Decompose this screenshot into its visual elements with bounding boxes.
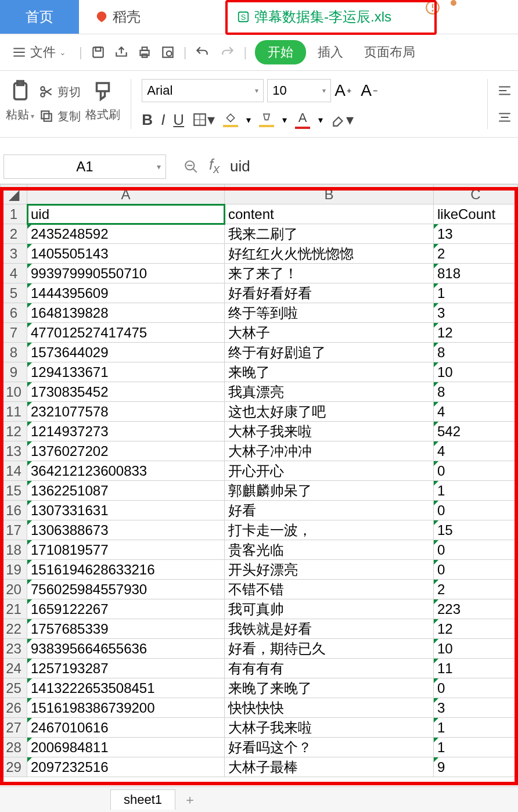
eraser-button[interactable]: ▾ [331, 111, 354, 129]
cell[interactable]: 来晚了来晚了 [225, 678, 434, 698]
cell[interactable]: 1 [434, 283, 518, 303]
italic-button[interactable]: I [161, 111, 165, 129]
cell[interactable]: 大林子我来啦 [225, 718, 434, 738]
cell[interactable]: 好红红火火恍恍惚惚 [225, 244, 434, 264]
cell[interactable]: 1376027202 [27, 441, 225, 461]
cell[interactable]: 1757685339 [27, 619, 225, 639]
cell[interactable]: 0 [434, 560, 518, 580]
cell[interactable]: 1294133671 [27, 362, 225, 382]
cell[interactable]: 993979990550710 [27, 264, 225, 283]
cell[interactable]: 终于等到啦 [225, 303, 434, 323]
col-header-A[interactable]: A [27, 185, 225, 204]
font-size-select[interactable]: 10▾ [267, 79, 331, 102]
cell[interactable]: 12 [434, 323, 518, 343]
cell[interactable]: 818 [434, 264, 518, 283]
cell[interactable]: 1516194628633216 [27, 560, 225, 580]
cell[interactable]: 8 [434, 343, 518, 362]
cell[interactable]: 郭麒麟帅呆了 [225, 481, 434, 501]
cell[interactable]: 364212123600833 [27, 461, 225, 481]
cell[interactable]: 好看好看好看 [225, 283, 434, 303]
row-header[interactable]: 4 [1, 264, 27, 283]
select-all-corner[interactable]: ◢ [1, 185, 27, 204]
row-header[interactable]: 1 [1, 204, 27, 224]
cell[interactable]: 0 [434, 501, 518, 520]
font-family-select[interactable]: Arial▾ [142, 79, 264, 102]
cell[interactable]: 2467010616 [27, 718, 225, 738]
tab-home[interactable]: 首页 [0, 0, 79, 34]
cell[interactable]: 1413222653508451 [27, 678, 225, 698]
cell[interactable]: 开头好漂亮 [225, 560, 434, 580]
cell[interactable]: 大林子最棒 [225, 757, 434, 777]
menu-file[interactable]: 文件 ⌄ [7, 44, 71, 61]
cell[interactable]: 1516198386739200 [27, 698, 225, 718]
cell[interactable]: 1573644029 [27, 343, 225, 362]
cell[interactable]: 477012527417475 [27, 323, 225, 343]
clipboard-icon[interactable] [8, 79, 33, 103]
increase-font-button[interactable]: A+ [334, 81, 351, 100]
cell[interactable]: 这也太好康了吧 [225, 402, 434, 422]
cell[interactable]: 9 [434, 757, 518, 777]
menu-layout[interactable]: 页面布局 [355, 44, 425, 61]
fill-color-button[interactable] [223, 112, 238, 127]
row-header[interactable]: 7 [1, 323, 27, 343]
cell[interactable]: 我铁就是好看 [225, 619, 434, 639]
highlight-button[interactable] [259, 112, 274, 127]
cell[interactable]: 1 [434, 718, 518, 738]
row-header[interactable]: 25 [1, 678, 27, 698]
row-header[interactable]: 13 [1, 441, 27, 461]
align2-icon[interactable] [497, 110, 512, 125]
cell[interactable]: 终于有好剧追了 [225, 343, 434, 362]
cell[interactable]: 223 [434, 599, 518, 619]
cell[interactable]: 0 [434, 678, 518, 698]
row-header[interactable]: 23 [1, 639, 27, 659]
print-icon[interactable] [137, 45, 152, 60]
zoom-out-icon[interactable] [184, 159, 199, 174]
name-box[interactable]: A1 [3, 155, 166, 179]
cell[interactable]: 开心开心 [225, 461, 434, 481]
cell[interactable]: 4 [434, 402, 518, 422]
save-icon[interactable] [91, 45, 106, 60]
cell[interactable]: 好看 [225, 501, 434, 520]
col-header-C[interactable]: C [434, 185, 518, 204]
cell[interactable]: 3 [434, 303, 518, 323]
cell[interactable]: 1306388673 [27, 520, 225, 540]
menu-insert[interactable]: 插入 [308, 44, 352, 61]
row-header[interactable]: 29 [1, 757, 27, 777]
warning-icon[interactable] [425, 0, 440, 15]
cell[interactable]: 1 [434, 481, 518, 501]
cell[interactable]: 1730835452 [27, 382, 225, 402]
cell[interactable]: 1648139828 [27, 303, 225, 323]
cell[interactable]: 0 [434, 540, 518, 560]
cell[interactable]: 1257193287 [27, 659, 225, 678]
paste-button[interactable]: 粘贴 ▾ [6, 107, 34, 123]
cell[interactable]: 0 [434, 461, 518, 481]
col-header-B[interactable]: B [225, 185, 434, 204]
row-header[interactable]: 8 [1, 343, 27, 362]
cell[interactable]: 1214937273 [27, 422, 225, 441]
cell[interactable]: 有有有有 [225, 659, 434, 678]
cell[interactable]: 我可真帅 [225, 599, 434, 619]
row-header[interactable]: 5 [1, 283, 27, 303]
cell[interactable]: 1405505143 [27, 244, 225, 264]
row-header[interactable]: 16 [1, 501, 27, 520]
row-header[interactable]: 27 [1, 718, 27, 738]
cell[interactable]: 不错不错 [225, 580, 434, 599]
cell[interactable]: 11 [434, 659, 518, 678]
cell[interactable]: 好看，期待已久 [225, 639, 434, 659]
cell[interactable]: 938395664655636 [27, 639, 225, 659]
format-painter-button[interactable]: 格式刷 [85, 107, 120, 123]
copy-button[interactable]: 复制 [39, 109, 81, 124]
tab-shell[interactable]: 稻壳 [79, 0, 157, 34]
row-header[interactable]: 21 [1, 599, 27, 619]
underline-button[interactable]: U [173, 111, 184, 129]
cell[interactable]: 10 [434, 362, 518, 382]
cell[interactable]: 好看吗这个？ [225, 738, 434, 757]
share-icon[interactable] [114, 45, 129, 60]
cell[interactable]: 我来二刷了 [225, 224, 434, 244]
row-header[interactable]: 22 [1, 619, 27, 639]
row-header[interactable]: 3 [1, 244, 27, 264]
border-button[interactable]: ▾ [192, 111, 215, 129]
cell[interactable]: 1659122267 [27, 599, 225, 619]
cell[interactable]: 10 [434, 639, 518, 659]
row-header[interactable]: 24 [1, 659, 27, 678]
